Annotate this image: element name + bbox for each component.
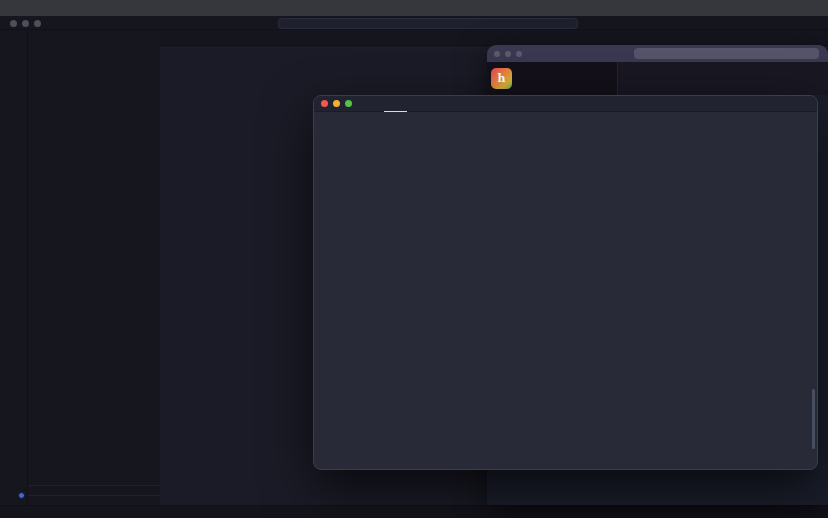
menu-bar	[0, 0, 828, 16]
shell-file-icon	[180, 48, 189, 57]
search-icon[interactable]	[744, 99, 753, 108]
channel-header	[617, 62, 828, 95]
launch-config-icon[interactable]	[362, 99, 372, 109]
history-forward-icon[interactable]	[600, 50, 608, 58]
timeline-panel-header[interactable]	[28, 495, 160, 505]
minimize-button[interactable]	[22, 20, 29, 27]
terminal-tab[interactable]	[384, 96, 407, 112]
zoom-button[interactable]	[345, 100, 352, 107]
workspace-logo[interactable]: h	[491, 68, 512, 89]
workspace-root[interactable]	[28, 44, 160, 56]
history-clock-icon[interactable]	[616, 50, 624, 58]
vscode-titlebar	[0, 16, 828, 30]
history-back-icon[interactable]	[584, 50, 592, 58]
chevron-down-icon	[522, 76, 528, 82]
breadcrumb[interactable]	[166, 47, 193, 58]
close-button[interactable]	[10, 20, 17, 27]
explorer-sidebar	[28, 30, 160, 505]
zoom-button[interactable]	[516, 51, 522, 57]
terminal-output[interactable]	[314, 112, 817, 470]
tips-lightbulb-icon[interactable]	[780, 99, 789, 108]
chevron-right-icon	[32, 487, 40, 495]
minimize-button[interactable]	[505, 51, 511, 57]
search-icon	[423, 20, 430, 27]
chevron-down-icon	[639, 76, 645, 82]
new-tab-icon[interactable]	[415, 99, 424, 108]
minimize-button[interactable]	[333, 100, 340, 107]
toggle-panel-bottom-icon[interactable]	[779, 19, 788, 28]
zoom-button[interactable]	[34, 20, 41, 27]
channel-name[interactable]	[636, 76, 645, 82]
slack-search-input[interactable]	[634, 48, 819, 59]
toggle-panel-left-icon[interactable]	[763, 19, 772, 28]
status-bar	[0, 505, 828, 518]
toggle-panel-right-icon[interactable]	[795, 19, 804, 28]
warning-icon	[390, 99, 398, 107]
search-icon	[640, 50, 647, 57]
ai-sparkle-icon[interactable]	[762, 99, 771, 108]
outline-panel-header[interactable]	[28, 485, 160, 495]
editor-tabs-bar	[160, 30, 828, 46]
history-back-icon[interactable]	[250, 19, 258, 27]
filter-icon[interactable]	[542, 74, 551, 83]
apple-logo-icon[interactable]	[10, 3, 21, 14]
menu-item-app[interactable]	[31, 0, 45, 16]
close-button[interactable]	[321, 100, 328, 107]
workspace-switcher[interactable]	[520, 76, 528, 82]
compose-icon[interactable]	[561, 74, 570, 83]
manage-gear-button[interactable]	[0, 480, 28, 501]
terminal-tab-bar	[314, 96, 817, 112]
history-forward-icon[interactable]	[266, 19, 274, 27]
warp-terminal-window	[313, 95, 818, 470]
chevron-right-icon	[170, 50, 176, 56]
chevron-down-icon	[32, 46, 40, 54]
activity-bar	[0, 30, 28, 505]
slack-toolbar	[487, 45, 828, 62]
settings-gear-icon[interactable]	[798, 99, 807, 108]
more-actions-icon[interactable]	[144, 32, 154, 42]
chevron-right-icon	[32, 497, 40, 505]
terminal-scrollbar[interactable]	[812, 389, 815, 449]
customize-layout-icon[interactable]	[811, 19, 820, 28]
close-button[interactable]	[494, 51, 500, 57]
gear-badge	[18, 492, 25, 499]
command-center-search[interactable]	[278, 18, 578, 29]
